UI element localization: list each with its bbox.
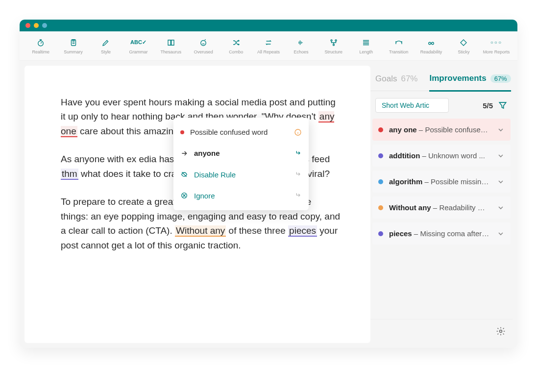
popover-suggestion[interactable]: anyone	[173, 143, 309, 164]
apply-icon[interactable]	[294, 171, 302, 178]
ignore-text: Ignore	[194, 190, 288, 201]
tool-label: Style	[101, 49, 111, 54]
severity-dot-icon	[378, 153, 383, 158]
document-type-filter[interactable]: Short Web Artic	[375, 98, 449, 113]
flag-pieces[interactable]: pieces	[288, 225, 317, 237]
more-icon: ○○○	[490, 38, 502, 48]
tool-label: Thesaurus	[161, 49, 182, 54]
soundwave-icon	[296, 38, 305, 48]
tool-style[interactable]: Style	[90, 38, 122, 54]
tool-readability[interactable]: Readability	[415, 38, 447, 54]
tool-sticky[interactable]: Sticky	[447, 38, 480, 54]
sidebar: Goals 67% Improvements 67% Short Web Art…	[370, 61, 517, 348]
chevron-down-icon[interactable]	[497, 152, 505, 160]
chevron-down-icon[interactable]	[497, 204, 505, 212]
tab-label: Improvements	[429, 74, 486, 83]
svg-point-10	[500, 330, 502, 333]
tool-label: Length	[360, 49, 373, 54]
tool-overused[interactable]: Overused	[187, 38, 220, 54]
book-icon	[167, 38, 175, 48]
tool-label: All Repeats	[257, 49, 280, 54]
tool-length[interactable]: Length	[350, 38, 382, 54]
toolbar: Realtime Summary Style ABC✓ Grammar Thes…	[20, 31, 517, 61]
close-dot[interactable]	[25, 23, 30, 28]
tool-realtime[interactable]: Realtime	[24, 38, 57, 54]
minimize-dot[interactable]	[34, 23, 39, 28]
apply-icon[interactable]	[294, 149, 302, 157]
arrow-right-icon	[180, 149, 188, 157]
filter-row: Short Web Artic 5/5	[370, 91, 513, 119]
tool-allrepeats[interactable]: All Repeats	[252, 38, 285, 54]
severity-dot-icon	[378, 127, 383, 132]
severity-dot-icon	[378, 231, 383, 236]
tool-label: Realtime	[32, 49, 49, 54]
tool-label: Combo	[229, 49, 243, 54]
tool-label: Summary	[64, 49, 83, 54]
svg-point-4	[335, 40, 337, 41]
tab-pct: 67%	[401, 74, 417, 84]
tool-summary[interactable]: Summary	[57, 38, 89, 54]
eye-off-icon	[180, 171, 188, 178]
issue-item[interactable]: pieces – Missing coma after p...	[372, 222, 511, 245]
issue-item[interactable]: Without any – Readability ma...	[372, 196, 511, 219]
popover-title: Possible confused word	[190, 126, 288, 138]
app-window: Realtime Summary Style ABC✓ Grammar Thes…	[20, 20, 517, 348]
info-icon[interactable]	[294, 128, 302, 136]
issue-text: addtition – Unknown word ...	[389, 151, 491, 160]
chevron-down-icon[interactable]	[497, 126, 505, 134]
maximize-dot[interactable]	[42, 23, 47, 28]
editor-pane[interactable]: Have you ever spent hours making a socia…	[24, 66, 370, 343]
main-body: Have you ever spent hours making a socia…	[20, 61, 517, 348]
svg-point-2	[201, 40, 206, 46]
popover-ignore[interactable]: Ignore	[173, 185, 309, 206]
tab-improvements[interactable]: Improvements 67%	[429, 74, 511, 92]
issue-text: pieces – Missing coma after p...	[389, 229, 491, 238]
tool-structure[interactable]: Structure	[317, 38, 350, 54]
issue-text: algorithm – Possible missing ...	[389, 177, 491, 186]
chevron-down-icon[interactable]	[497, 230, 505, 238]
issue-item[interactable]: addtition – Unknown word ...	[372, 145, 511, 167]
window-titlebar	[20, 20, 517, 31]
sidebar-tabs: Goals 67% Improvements 67%	[370, 66, 513, 91]
tab-badge: 67%	[490, 74, 511, 83]
tool-label: More Reports	[483, 49, 510, 54]
issue-count: 5/5	[483, 101, 493, 110]
repeat-icon	[264, 38, 273, 48]
apply-icon[interactable]	[294, 192, 302, 199]
svg-point-7	[432, 42, 434, 45]
disable-text: Disable Rule	[194, 169, 288, 180]
severity-dot-icon	[378, 179, 383, 184]
tab-goals[interactable]: Goals 67%	[375, 74, 417, 91]
issue-item[interactable]: algorithm – Possible missing ...	[372, 171, 511, 193]
structure-icon	[329, 38, 338, 48]
sidebar-footer	[370, 319, 513, 343]
tool-grammar[interactable]: ABC✓ Grammar	[122, 38, 154, 54]
tool-transition[interactable]: Transition	[382, 38, 415, 54]
settings-icon[interactable]	[496, 326, 506, 336]
red-dot-icon	[180, 130, 184, 134]
chevron-down-icon[interactable]	[497, 178, 505, 186]
severity-dot-icon	[378, 205, 383, 210]
tool-more[interactable]: ○○○ More Reports	[480, 38, 513, 54]
glasses-icon	[427, 38, 436, 48]
tool-echoes[interactable]: Echoes	[285, 38, 317, 54]
svg-point-6	[429, 42, 431, 45]
ruler-icon	[362, 38, 370, 48]
tool-label: Sticky	[458, 49, 469, 54]
tool-combo[interactable]: Combo	[220, 38, 252, 54]
flag-thm[interactable]: thm	[61, 169, 78, 180]
bridge-icon	[394, 38, 403, 48]
flag-withoutany[interactable]: Without any	[175, 225, 226, 237]
filter-icon[interactable]	[498, 100, 508, 110]
tool-label: Echoes	[293, 49, 308, 54]
tab-label: Goals	[375, 74, 397, 84]
issue-text: Without any – Readability ma...	[389, 203, 491, 212]
popover-disable[interactable]: Disable Rule	[173, 164, 309, 185]
tool-thesaurus[interactable]: Thesaurus	[155, 38, 187, 54]
abc-icon: ABC✓	[130, 38, 146, 48]
issue-text: any one – Possible confused ...	[389, 125, 491, 134]
ignore-icon	[180, 192, 188, 199]
clipboard-icon	[69, 38, 78, 48]
issue-list: any one – Possible confused ... addtitio…	[370, 119, 513, 245]
issue-item[interactable]: any one – Possible confused ...	[372, 119, 511, 141]
